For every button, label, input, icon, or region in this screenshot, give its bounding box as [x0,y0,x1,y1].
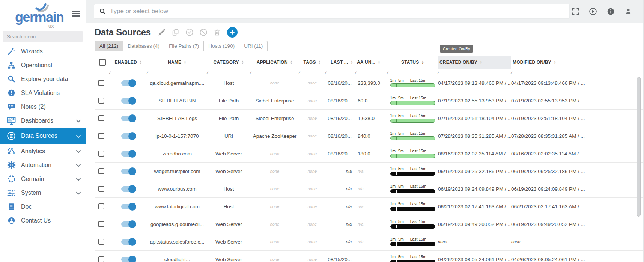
sort-icon[interactable]: ▲▼ [421,60,424,65]
column-header-aa-un[interactable]: AA UN...▲▼ [355,56,387,69]
tab-databases-4[interactable]: Databases (4) [123,41,164,51]
add-button[interactable] [227,27,238,38]
filter-tabs: All (212)Databases (4)File Paths (7)Host… [95,41,643,51]
column-header-last[interactable]: LAST ...▲▼ [325,56,355,69]
status-label-last15m: Last 15m [410,96,426,100]
tags-cell: none [299,233,325,250]
copy-button[interactable] [172,28,180,36]
column-header-status[interactable]: STATUS▲▼ [387,56,438,69]
vertical-scrollbar[interactable] [637,77,641,217]
sort-icon[interactable]: ▲▼ [184,60,187,65]
sidebar-search-input[interactable] [3,31,83,42]
select-all-checkbox[interactable] [99,59,106,66]
status-meter: 1m5mLast 15m [390,220,435,229]
row-checkbox[interactable] [98,239,104,245]
disable-button[interactable] [199,28,208,36]
chat-icon [6,102,17,112]
enabled-toggle[interactable] [121,80,135,86]
sort-icon[interactable]: ▲▼ [350,60,353,65]
sort-icon[interactable]: ▲▼ [241,60,244,65]
status-meter: 1m5mLast 15m [390,184,435,194]
sidebar-item-explore-your-data[interactable]: Explore your data [0,72,86,86]
name-cell: ip-10-0-1-157:7070 [147,127,207,145]
sort-icon[interactable]: ▲▼ [554,60,557,65]
enabled-toggle[interactable] [121,239,135,245]
name-cell: SIEBELLAB Logs [147,110,207,127]
status-bar-green [390,101,435,105]
sidebar-item-label: SLA Violations [21,90,60,96]
sidebar-item-dashboards[interactable]: Dashboards [0,114,86,128]
row-checkbox[interactable] [98,98,104,104]
column-header-modified-on-by[interactable]: MODIFIED ON/BY▲▼ [511,56,643,69]
sidebar-item-doc[interactable]: Doc [0,200,86,214]
sort-icon[interactable]: ▲▼ [378,60,381,65]
enabled-toggle[interactable] [121,98,135,104]
user-icon[interactable] [624,7,632,15]
enabled-toggle[interactable] [121,169,135,174]
column-header-tags[interactable]: TAGS▲▼ [299,56,325,69]
tags-cell: none [299,127,325,145]
sidebar-item-wizards[interactable]: Wizards [0,44,86,58]
row-checkbox[interactable] [98,151,104,157]
row-checkbox[interactable] [98,186,104,192]
sidebar-item-germain[interactable]: Germain [0,172,86,186]
row-checkbox[interactable] [98,115,104,121]
column-header-category[interactable]: CATEGORY▲▼ [207,56,250,69]
table-row: widget.trustpilot.comWeb Servernonenonen… [95,162,643,180]
enabled-toggle[interactable] [121,151,135,157]
global-search-input[interactable] [110,8,564,15]
approve-button[interactable] [185,28,194,36]
last-cell: 08/15/20... [325,251,355,262]
status-meter: 1m5mLast 15m [390,202,435,211]
row-checkbox[interactable] [98,203,104,209]
sidebar-item-contact-us[interactable]: Contact Us [0,214,86,227]
row-checkbox[interactable] [98,221,104,227]
column-header-application[interactable]: APPLICATION▲▼ [250,56,299,69]
global-search-box [94,4,570,19]
sort-icon[interactable]: ▲▼ [318,60,321,65]
row-checkbox[interactable] [98,256,104,262]
status-label-1m: 1m [390,220,396,224]
name-cell: zerodha.com [147,145,207,162]
top-icons [571,7,632,15]
hamburger-menu-icon[interactable] [72,9,80,18]
enabled-toggle[interactable] [121,257,135,262]
name-cell: googleads.g.doublecli... [147,215,207,233]
status-label-1m: 1m [390,149,396,153]
book-icon [6,202,17,212]
tab-uri-11[interactable]: URI (11) [239,41,268,51]
sidebar-item-automation[interactable]: Automation [0,158,86,172]
sidebar-item-system[interactable]: System [0,186,86,200]
column-header-name[interactable]: NAME▲▼ [147,56,207,69]
sidebar-item-sla-violations[interactable]: SLA Violations [0,86,86,100]
sidebar-item-analytics[interactable]: Analytics [0,144,86,158]
sort-icon[interactable]: ▲▼ [290,60,293,65]
sidebar-item-notes-2[interactable]: Notes (2) [0,100,86,114]
enabled-toggle[interactable] [121,186,135,192]
run-icon[interactable] [589,7,597,15]
status-label-last15m: Last 15m [410,167,426,171]
table-row: qa.cloud.germainapm....Hostnonenone08/16… [95,74,643,92]
fullscreen-icon[interactable] [571,7,579,15]
sort-icon[interactable]: ▲▼ [480,60,483,65]
enabled-toggle[interactable] [121,221,135,227]
tab-all-212[interactable]: All (212) [95,41,123,51]
column-header-enabled[interactable]: ENABLED▲▼ [110,56,147,69]
sidebar-item-data-sources[interactable]: Data Sources [0,128,86,144]
page-title: Data Sources [95,27,151,38]
row-checkbox[interactable] [98,133,104,139]
column-header-created-on-by[interactable]: CREATED ON/BY▲▼ [438,56,511,69]
sidebar-item-operational[interactable]: Operational [0,58,86,72]
delete-button[interactable] [213,28,221,36]
row-checkbox[interactable] [98,168,104,174]
info-icon[interactable] [606,7,615,15]
enabled-toggle[interactable] [121,204,135,209]
modified-cell: 07/19/2023 02:55:13.953 PM / ... [511,92,643,109]
row-checkbox[interactable] [98,80,104,86]
edit-button[interactable] [158,28,166,36]
enabled-toggle[interactable] [121,133,135,139]
tab-hosts-190[interactable]: Hosts (190) [204,41,239,51]
sort-icon[interactable]: ▲▼ [139,60,142,65]
enabled-toggle[interactable] [121,116,135,121]
tab-file-paths-7[interactable]: File Paths (7) [164,41,204,51]
